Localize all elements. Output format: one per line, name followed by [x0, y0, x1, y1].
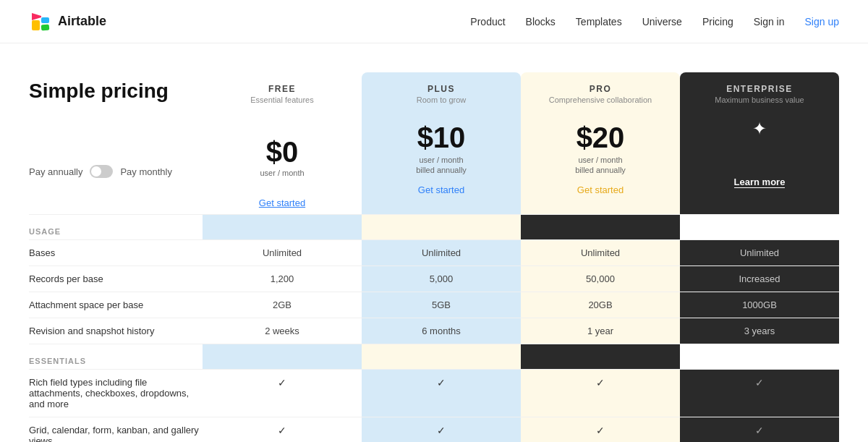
- ess-spacer-plus: [203, 344, 362, 369]
- bases-enterprise: Unlimited: [680, 240, 839, 265]
- pricing-page: Simple pricing Pay annually Pay monthly …: [0, 43, 868, 442]
- nav-links: Product Blocks Templates Universe Pricin…: [470, 16, 839, 27]
- logo-text: Airtable: [58, 14, 106, 29]
- attachment-plus: 5GB: [362, 292, 521, 318]
- free-plan-name-area: FREE Essential features: [203, 72, 362, 119]
- essentials-row1-pro: ✓: [521, 417, 680, 442]
- essentials-row-0: Rich field types including file attachme…: [29, 369, 839, 417]
- records-label: Records per base: [29, 266, 203, 292]
- ess-spacer-ent: [521, 344, 680, 369]
- bases-pro: Unlimited: [521, 240, 680, 265]
- pricing-title-area: Simple pricing Pay annually Pay monthly: [29, 72, 203, 214]
- essentials-row1-free: ✓: [203, 417, 362, 442]
- essentials-row0-label: Rich field types including file attachme…: [29, 370, 203, 417]
- enterprise-sparkle-icon: ✦: [686, 119, 833, 139]
- essentials-row0-pro: ✓: [521, 370, 680, 417]
- plus-price-sub1: user / month: [367, 156, 515, 164]
- pro-price-sub2: billed annually: [527, 166, 674, 174]
- usage-spacer-pro: [362, 215, 521, 239]
- plus-plan-tagline: Room to grow: [367, 95, 515, 104]
- essentials-label: ESSENTIALS: [29, 357, 86, 365]
- pricing-title: Simple pricing: [29, 72, 203, 103]
- nav-link-signup[interactable]: Sign up: [805, 16, 839, 27]
- free-price-sub: user / month: [208, 169, 356, 177]
- logo[interactable]: Airtable: [29, 10, 106, 33]
- pro-plan-price: $20: [527, 122, 674, 154]
- revision-free: 2 weeks: [203, 318, 362, 344]
- free-plan-tagline: Essential features: [208, 95, 356, 104]
- essentials-row0-free: ✓: [203, 370, 362, 417]
- essentials-label-container: ESSENTIALS: [29, 344, 203, 369]
- attachment-enterprise: 1000GB: [680, 292, 839, 318]
- records-row: Records per base 1,200 5,000 50,000 Incr…: [29, 265, 839, 292]
- pay-annually-label: Pay annually: [29, 166, 82, 177]
- billing-toggle-row: Pay annually Pay monthly: [29, 153, 203, 192]
- enterprise-plan-name: ENTERPRISE: [686, 84, 833, 94]
- revision-row: Revision and snapshot history 2 weeks 6 …: [29, 318, 839, 344]
- essentials-row1-ent: ✓: [680, 417, 839, 442]
- bases-label: Bases: [29, 240, 203, 265]
- free-plan-name: FREE: [208, 84, 356, 94]
- free-plan-header: FREE Essential features $0 user / month …: [203, 72, 362, 214]
- enterprise-plan-tagline: Maximum business value: [686, 95, 833, 104]
- airtable-logo-icon: [29, 10, 52, 33]
- nav-link-pricing[interactable]: Pricing: [702, 16, 733, 27]
- ess-spacer-pro: [362, 344, 521, 369]
- pro-plan-name: PRO: [527, 84, 674, 94]
- svg-rect-2: [41, 17, 49, 23]
- pro-plan-header: PRO Comprehensive collaboration $20 user…: [521, 72, 680, 214]
- free-price-area: $0 user / month Get started: [203, 119, 362, 214]
- essentials-row0-plus: ✓: [362, 370, 521, 417]
- free-cta-button[interactable]: Get started: [259, 197, 305, 208]
- records-plus: 5,000: [362, 266, 521, 292]
- revision-label: Revision and snapshot history: [29, 318, 203, 344]
- attachment-pro: 20GB: [521, 292, 680, 318]
- nav-link-blocks[interactable]: Blocks: [526, 16, 556, 27]
- navbar: Airtable Product Blocks Templates Univer…: [0, 0, 868, 43]
- pro-plan-tagline: Comprehensive collaboration: [527, 95, 674, 104]
- nav-link-signin[interactable]: Sign in: [754, 16, 785, 27]
- attachment-label: Attachment space per base: [29, 292, 203, 318]
- nav-link-product[interactable]: Product: [470, 16, 505, 27]
- records-free: 1,200: [203, 266, 362, 292]
- essentials-row0-ent: ✓: [680, 370, 839, 417]
- plus-plan-price: $10: [367, 122, 515, 154]
- plus-price-sub2: billed annually: [367, 166, 515, 174]
- svg-rect-4: [41, 24, 50, 30]
- essentials-row1-label: Grid, calendar, form, kanban, and galler…: [29, 417, 203, 442]
- plus-plan-header: PLUS Room to grow $10 user / month bille…: [362, 72, 521, 214]
- pro-cta-button[interactable]: Get started: [577, 184, 624, 195]
- nav-link-universe[interactable]: Universe: [642, 16, 682, 27]
- pricing-header-row: Simple pricing Pay annually Pay monthly …: [29, 72, 839, 214]
- attachment-row: Attachment space per base 2GB 5GB 20GB 1…: [29, 292, 839, 318]
- pro-price-sub1: user / month: [527, 156, 674, 164]
- records-pro: 50,000: [521, 266, 680, 292]
- enterprise-cta-button[interactable]: Learn more: [734, 177, 786, 188]
- plus-plan-name: PLUS: [367, 84, 515, 94]
- enterprise-plan-header: ENTERPRISE Maximum business value ✦ Lear…: [680, 72, 839, 214]
- revision-pro: 1 year: [521, 318, 680, 344]
- usage-spacer-ent: [521, 215, 680, 239]
- bases-plus: Unlimited: [362, 240, 521, 265]
- essentials-row1-plus: ✓: [362, 417, 521, 442]
- usage-spacer-plus: [203, 215, 362, 239]
- billing-toggle[interactable]: [90, 165, 113, 178]
- bases-free: Unlimited: [203, 240, 362, 265]
- records-enterprise: Increased: [680, 266, 839, 292]
- essentials-section-header: ESSENTIALS: [29, 344, 839, 369]
- pay-monthly-label: Pay monthly: [120, 166, 172, 177]
- svg-rect-1: [32, 20, 40, 30]
- svg-marker-3: [32, 13, 41, 20]
- usage-label: USAGE: [29, 215, 203, 239]
- revision-enterprise: 3 years: [680, 318, 839, 344]
- revision-plus: 6 months: [362, 318, 521, 344]
- usage-section-header: USAGE: [29, 214, 839, 239]
- free-price: $0: [208, 136, 356, 169]
- plus-cta-button[interactable]: Get started: [418, 184, 464, 195]
- essentials-row-1: Grid, calendar, form, kanban, and galler…: [29, 417, 839, 442]
- nav-link-templates[interactable]: Templates: [576, 16, 622, 27]
- bases-row: Bases Unlimited Unlimited Unlimited Unli…: [29, 239, 839, 265]
- attachment-free: 2GB: [203, 292, 362, 318]
- toggle-thumb: [91, 166, 101, 177]
